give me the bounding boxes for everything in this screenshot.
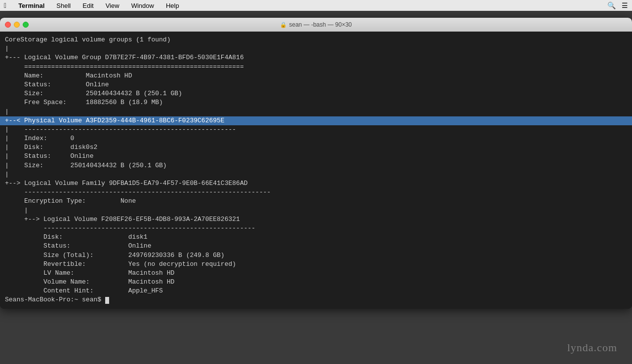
terminal-line: | --------------------------------------… bbox=[5, 125, 627, 134]
terminal-output[interactable]: CoreStorage logical volume groups (1 fou… bbox=[0, 32, 632, 309]
menubar:  Terminal Shell Edit View Window Help 🔍… bbox=[0, 0, 632, 11]
terminal-line: | bbox=[5, 170, 627, 179]
lines-icon[interactable]: ☰ bbox=[622, 1, 628, 9]
terminal-line: ----------------------------------------… bbox=[5, 188, 627, 197]
terminal-line: ========================================… bbox=[5, 63, 627, 72]
menu-shell[interactable]: Shell bbox=[54, 2, 73, 9]
close-button[interactable] bbox=[5, 22, 11, 28]
highlighted-terminal-line: +--< Physical Volume A3FD2359-444B-4961-… bbox=[0, 116, 632, 125]
terminal-line: LV Name: Macintosh HD bbox=[5, 269, 627, 278]
menu-help[interactable]: Help bbox=[164, 2, 181, 9]
terminal-line: Free Space: 18882560 B (18.9 MB) bbox=[5, 98, 627, 107]
terminal-line: | Index: 0 bbox=[5, 134, 627, 143]
terminal-line: +--> Logical Volume Family 9DFBA1D5-EA79… bbox=[5, 179, 627, 188]
terminal-line: | bbox=[5, 44, 627, 53]
terminal-line: Status: Online bbox=[5, 242, 627, 251]
window-title: 🔒 sean — -bash — 90×30 bbox=[280, 21, 352, 28]
terminal-line: Disk: disk1 bbox=[5, 233, 627, 242]
terminal-line: Content Hint: Apple_HFS bbox=[5, 287, 627, 295]
menu-edit[interactable]: Edit bbox=[80, 2, 95, 9]
terminal-line: Name: Macintosh HD bbox=[5, 72, 627, 80]
terminal-line: ----------------------------------------… bbox=[5, 224, 627, 233]
watermark: lynda.com bbox=[567, 341, 617, 354]
search-icon[interactable]: 🔍 bbox=[607, 1, 616, 9]
terminal-prompt[interactable]: Seans-MacBook-Pro:~ sean$ bbox=[5, 295, 627, 304]
terminal-line: | bbox=[5, 108, 627, 116]
terminal-line: | Size: 250140434432 B (250.1 GB) bbox=[5, 161, 627, 170]
terminal-line: +--- Logical Volume Group D7B7E27F-4B97-… bbox=[5, 53, 627, 62]
terminal-line: CoreStorage logical volume groups (1 fou… bbox=[5, 36, 627, 44]
lock-icon: 🔒 bbox=[280, 22, 287, 28]
terminal-line: Encryption Type: None bbox=[5, 197, 627, 206]
terminal-line: Size: 250140434432 B (250.1 GB) bbox=[5, 89, 627, 98]
traffic-lights bbox=[5, 22, 29, 28]
terminal-line: Volume Name: Macintosh HD bbox=[5, 278, 627, 287]
terminal-line: | Status: Online bbox=[5, 152, 627, 161]
menu-window[interactable]: Window bbox=[129, 2, 156, 9]
apple-menu[interactable]:  bbox=[4, 1, 6, 9]
titlebar: 🔒 sean — -bash — 90×30 bbox=[0, 18, 632, 32]
terminal-line: Status: Online bbox=[5, 80, 627, 89]
terminal-line: | bbox=[5, 206, 627, 215]
menu-view[interactable]: View bbox=[104, 2, 121, 9]
minimize-button[interactable] bbox=[14, 22, 20, 28]
terminal-window: 🔒 sean — -bash — 90×30 CoreStorage logic… bbox=[0, 18, 632, 309]
terminal-line: +--> Logical Volume F208EF26-EF5B-4DB8-9… bbox=[5, 215, 627, 224]
terminal-line: Revertible: Yes (no decryption required) bbox=[5, 260, 627, 269]
maximize-button[interactable] bbox=[23, 22, 29, 28]
terminal-cursor bbox=[105, 297, 109, 304]
terminal-line: Size (Total): 249769230336 B (249.8 GB) bbox=[5, 251, 627, 260]
menu-terminal[interactable]: Terminal bbox=[16, 2, 46, 9]
terminal-line: | Disk: disk0s2 bbox=[5, 143, 627, 152]
